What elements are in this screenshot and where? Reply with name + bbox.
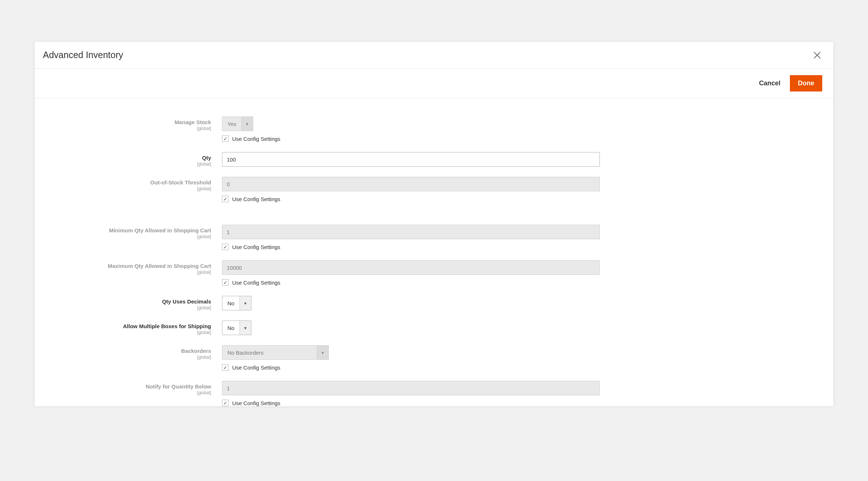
field-backorders: Backorders [global] No Backorders ▾ ✓ Us… [46,345,822,371]
multi-boxes-select[interactable]: No ▾ [222,321,251,335]
label-min-qty: Minimum Qty Allowed in Shopping Cart [109,227,211,233]
field-manage-stock: Manage Stock [global] Yes ▾ ✓ Use Config… [46,117,822,142]
field-out-of-stock-threshold: Out-of-Stock Threshold [global] ✓ Use Co… [46,177,822,202]
field-notify-below: Notify for Quantity Below [global] ✓ Use… [46,381,822,406]
max-qty-use-config-checkbox[interactable]: ✓ [222,279,229,286]
label-backorders: Backorders [181,348,211,354]
label-qty-decimals: Qty Uses Decimals [162,298,211,305]
backorders-use-config-checkbox[interactable]: ✓ [222,364,229,371]
select-value: No [222,321,239,335]
notify-below-use-config-checkbox[interactable]: ✓ [222,400,229,406]
out-of-stock-use-config-checkbox[interactable]: ✓ [222,196,229,202]
field-qty-decimals: Qty Uses Decimals [global] No ▾ [46,296,822,310]
chevron-down-icon: ▾ [239,321,251,335]
use-config-label: Use Config Settings [232,136,280,142]
use-config-label: Use Config Settings [232,196,280,202]
select-value: Yes [222,117,241,131]
field-multi-boxes: Allow Multiple Boxes for Shipping [globa… [46,321,822,335]
backorders-select: No Backorders ▾ [222,345,329,360]
label-qty: Qty [202,155,211,161]
notify-below-input [222,381,600,395]
scope-label: [global] [46,330,211,335]
max-qty-input [222,260,600,275]
scope-label: [global] [46,270,211,275]
label-multi-boxes: Allow Multiple Boxes for Shipping [123,323,211,329]
label-max-qty: Maximum Qty Allowed in Shopping Cart [108,263,211,269]
out-of-stock-input [222,177,600,191]
scope-label: [global] [46,162,211,167]
scope-label: [global] [46,390,211,395]
close-button[interactable] [812,50,822,60]
use-config-label: Use Config Settings [232,400,280,406]
field-min-qty: Minimum Qty Allowed in Shopping Cart [gl… [46,225,822,250]
select-value: No Backorders [222,346,317,359]
manage-stock-use-config-checkbox[interactable]: ✓ [222,135,229,142]
chevron-down-icon: ▾ [241,117,253,131]
scope-label: [global] [46,355,211,360]
label-manage-stock: Manage Stock [174,119,211,125]
form-body: Manage Stock [global] Yes ▾ ✓ Use Config… [35,98,833,406]
qty-decimals-select[interactable]: No ▾ [222,296,251,310]
field-qty: Qty [global] [46,152,822,167]
qty-input[interactable] [222,152,600,167]
chevron-down-icon: ▾ [239,296,251,310]
chevron-down-icon: ▾ [317,346,328,359]
advanced-inventory-modal: Advanced Inventory Cancel Done Manage St… [35,42,833,406]
cancel-button[interactable]: Cancel [759,80,780,87]
label-out-of-stock: Out-of-Stock Threshold [150,179,211,186]
min-qty-input [222,225,600,239]
modal-header: Advanced Inventory [35,42,833,68]
scope-label: [global] [46,234,211,239]
modal-toolbar: Cancel Done [35,68,833,98]
use-config-label: Use Config Settings [232,280,280,286]
use-config-label: Use Config Settings [232,244,280,250]
select-value: No [222,296,239,310]
min-qty-use-config-checkbox[interactable]: ✓ [222,244,229,250]
scope-label: [global] [46,186,211,191]
scope-label: [global] [46,126,211,131]
scope-label: [global] [46,305,211,310]
use-config-label: Use Config Settings [232,364,280,371]
label-notify-below: Notify for Quantity Below [146,383,211,390]
modal-title: Advanced Inventory [43,50,123,60]
field-max-qty: Maximum Qty Allowed in Shopping Cart [gl… [46,260,822,286]
done-button[interactable]: Done [790,75,822,91]
close-icon [813,51,821,59]
manage-stock-select: Yes ▾ [222,117,253,131]
